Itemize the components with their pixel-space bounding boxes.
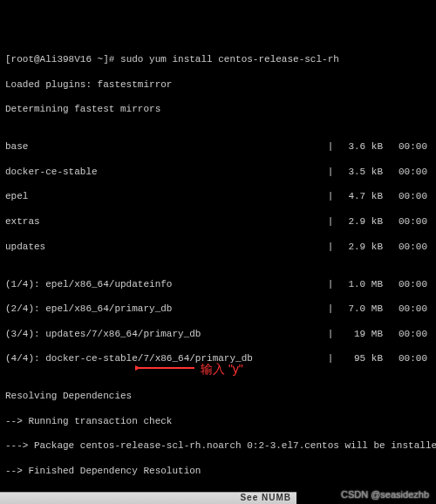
footer-strip: See NUMB <box>0 492 296 504</box>
meta-row: (2/4): epel/x86_64/primary_db|7.0 MB00:0… <box>5 303 431 315</box>
meta-row: (1/4): epel/x86_64/updateinfo|1.0 MB00:0… <box>5 278 431 290</box>
line-finished: --> Finished Dependency Resolution <box>5 465 431 477</box>
repo-row: updates|2.9 kB00:00 <box>5 241 431 253</box>
line-determining: Determining fastest mirrors <box>5 103 431 115</box>
line-plugins: Loaded plugins: fastestmirror <box>5 78 431 91</box>
repo-row: epel|4.7 kB00:00 <box>5 190 431 202</box>
meta-row: (4/4): docker-ce-stable/7/x86_64/primary… <box>5 352 431 364</box>
prompt-prefix: [root@Ali398V16 ~]# <box>5 54 114 65</box>
repo-row: base|3.6 kB00:00 <box>5 140 431 153</box>
terminal-prompt-line-1: [root@Ali398V16 ~]# sudo yum install cen… <box>5 53 431 65</box>
command-text: sudo yum install centos-release-scl-rh <box>120 54 339 65</box>
line-check: --> Running transaction check <box>5 415 431 427</box>
line-pkg-will-install: ---> Package centos-release-scl-rh.noarc… <box>5 439 431 452</box>
repo-row: docker-ce-stable|3.5 kB00:00 <box>5 166 431 178</box>
watermark: CSDN @seasidezhb <box>341 488 429 501</box>
repo-row: extras|2.9 kB00:00 <box>5 215 431 228</box>
line-resolving: Resolving Dependencies <box>5 390 431 402</box>
footer-text: See NUMB <box>240 492 291 503</box>
meta-row: (3/4): updates/7/x86_64/primary_db|19 MB… <box>5 328 431 340</box>
